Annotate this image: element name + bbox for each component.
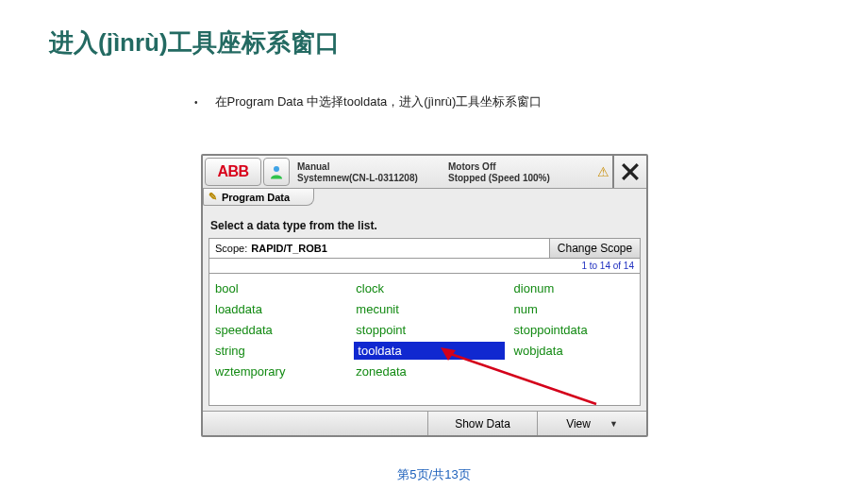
tab-program-data[interactable]: ✎ Program Data [203, 189, 314, 206]
type-stoppoint[interactable]: stoppoint [350, 323, 508, 337]
show-data-label: Show Data [455, 417, 510, 430]
tab-label: Program Data [222, 192, 290, 203]
type-clock[interactable]: clock [350, 281, 508, 295]
status-area: Manual Systemnew(CN-L-0311208) Motors Of… [292, 156, 593, 188]
view-label: View [566, 417, 591, 430]
datatype-grid: bool clock dionum loaddata mecunit num s… [209, 274, 641, 406]
type-wobjdata[interactable]: wobjdata [509, 344, 640, 358]
page-number: 第5页/共13页 [0, 466, 868, 483]
operator-button[interactable] [263, 158, 290, 186]
title-bar: ABB Manual Systemnew(CN-L-0311208) Motor… [203, 156, 646, 189]
type-string[interactable]: string [209, 344, 350, 358]
close-icon [618, 160, 643, 184]
bullet-text: 在Program Data 中选择tooldata，进入(jìnrù)工具坐标系… [215, 93, 542, 110]
flexpendant-window: ABB Manual Systemnew(CN-L-0311208) Motor… [201, 154, 648, 437]
type-tooldata-selected: tooldata [354, 342, 505, 360]
table-row: string tooldata wobjdata [209, 340, 640, 361]
table-row: loaddata mecunit num [209, 298, 640, 319]
scope-label: Scope: [215, 243, 247, 254]
type-num[interactable]: num [509, 302, 640, 316]
chevron-down-icon: ▼ [609, 419, 618, 429]
table-row: wztemporary zonedata [209, 361, 640, 381]
status-stopped: Stopped (Speed 100%) [448, 173, 593, 183]
type-tooldata-cell[interactable]: tooldata [350, 342, 508, 360]
scope-value: RAPID/T_ROB1 [251, 243, 327, 254]
instruction-text: Select a data type from the list. [203, 206, 646, 238]
count-bar: 1 to 14 of 14 [209, 259, 641, 274]
abb-logo-button[interactable]: ABB [205, 158, 261, 186]
show-data-button[interactable]: Show Data [427, 412, 537, 435]
type-mecunit[interactable]: mecunit [350, 302, 508, 316]
type-dionum[interactable]: dionum [509, 281, 640, 295]
type-zonedata[interactable]: zonedata [350, 364, 508, 379]
scope-row: Scope: RAPID/T_ROB1 Change Scope [209, 238, 641, 259]
type-bool[interactable]: bool [209, 281, 350, 295]
slide-title: 进入(jìnrù)工具座标系窗口 [0, 0, 868, 59]
table-row: bool clock dionum [209, 278, 640, 298]
alert-icon[interactable]: ⚠ [593, 156, 612, 188]
type-stoppointdata[interactable]: stoppointdata [509, 323, 640, 337]
table-row: speeddata stoppoint stoppointdata [209, 319, 640, 340]
svg-point-0 [274, 166, 279, 172]
abb-logo-icon: ABB [217, 163, 248, 180]
wand-icon: ✎ [209, 191, 217, 203]
operator-icon [268, 163, 285, 180]
bullet-item: • 在Program Data 中选择tooldata，进入(jìnrù)工具坐… [194, 93, 868, 110]
type-loaddata[interactable]: loaddata [209, 302, 350, 316]
status-motors: Motors Off [448, 161, 593, 172]
change-scope-button[interactable]: Change Scope [549, 239, 640, 258]
type-speeddata[interactable]: speeddata [209, 323, 350, 337]
status-system: Systemnew(CN-L-0311208) [297, 173, 442, 183]
scope-display: Scope: RAPID/T_ROB1 [209, 239, 549, 258]
pendant-footer: Show Data View ▼ [203, 411, 646, 435]
view-button[interactable]: View ▼ [537, 412, 646, 435]
close-button[interactable] [612, 156, 646, 188]
status-mode: Manual [297, 161, 442, 172]
count-text: 1 to 14 of 14 [581, 261, 634, 271]
type-wztemporary[interactable]: wztemporary [209, 364, 350, 379]
bullet-dot-icon: • [194, 97, 198, 108]
